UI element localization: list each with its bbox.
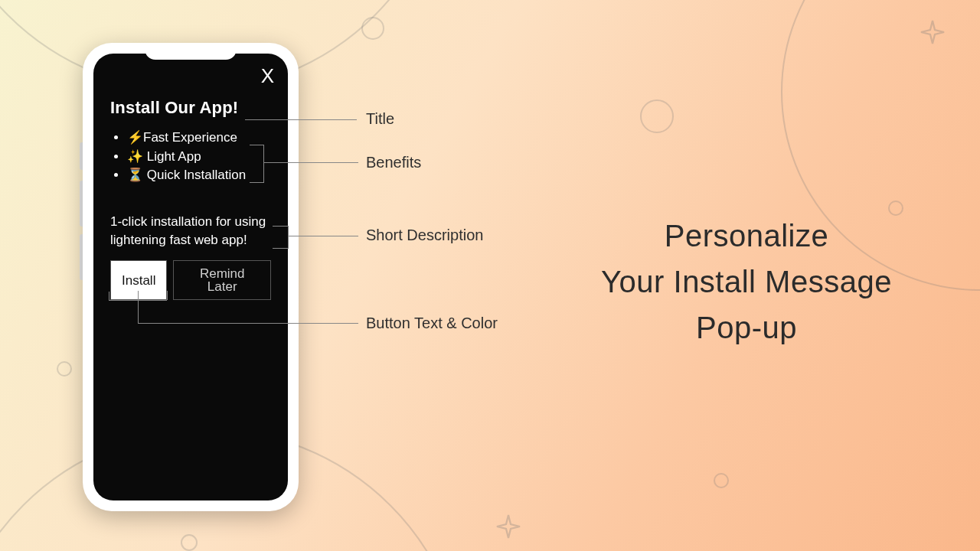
callout-connector: [167, 291, 168, 300]
background-circle: [361, 17, 384, 40]
remind-later-button[interactable]: Remind Later: [173, 260, 271, 300]
sparkle-icon: [495, 513, 522, 540]
short-description: 1-click installation for using lightenin…: [110, 213, 271, 249]
install-button[interactable]: Install: [110, 260, 167, 300]
callout-label-title: Title: [366, 110, 394, 128]
phone-mockup: X Install Our App! ⚡Fast Experience ✨ Li…: [83, 43, 299, 511]
popup-title: Install Our App!: [110, 98, 271, 118]
callout-label-short-description: Short Description: [366, 227, 483, 244]
phone-notch: [145, 43, 237, 60]
close-icon[interactable]: X: [261, 64, 274, 88]
button-row: Install Remind Later: [110, 260, 271, 300]
sparkle-icon: [919, 18, 946, 46]
background-circle: [181, 534, 198, 551]
background-circle: [640, 99, 674, 133]
callout-label-benefits: Benefits: [366, 154, 421, 171]
install-popup: X Install Our App! ⚡Fast Experience ✨ Li…: [93, 54, 288, 500]
callout-connector: [288, 236, 358, 236]
callout-connector: [263, 162, 358, 163]
callout-connector: [245, 119, 357, 120]
phone-body: X Install Our App! ⚡Fast Experience ✨ Li…: [83, 43, 299, 511]
headline-line: Your Install Message: [567, 259, 926, 305]
headline-line: Pop-up: [567, 305, 926, 350]
background-circle: [57, 361, 72, 377]
benefits-list: ⚡Fast Experience ✨ Light App ⏳ Quick Ins…: [110, 129, 271, 185]
callout-connector: [138, 291, 139, 323]
callout-connector: [109, 300, 167, 301]
background-circle: [714, 473, 729, 488]
headline-line: Personalize: [567, 213, 926, 259]
callout-connector: [138, 323, 358, 324]
callout-label-button-text-color: Button Text & Color: [366, 315, 498, 332]
headline: Personalize Your Install Message Pop-up: [567, 213, 926, 350]
